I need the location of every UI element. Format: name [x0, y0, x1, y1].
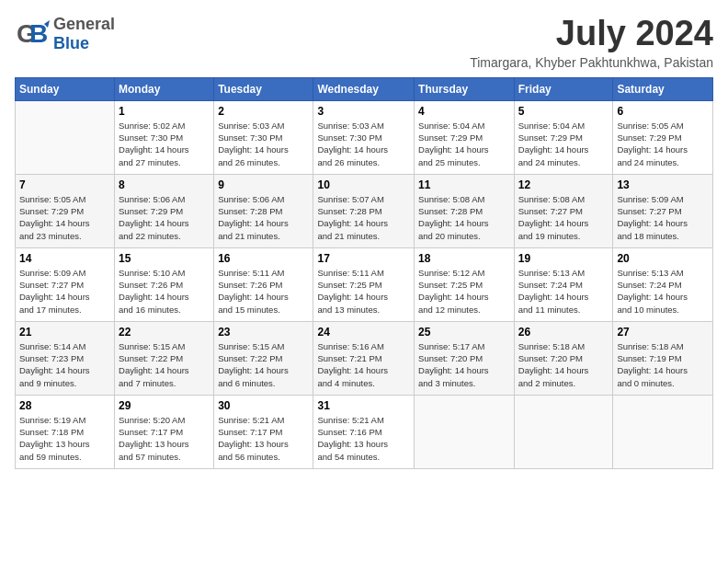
calendar-cell: 23Sunrise: 5:15 AMSunset: 7:22 PMDayligh…	[214, 321, 313, 395]
day-number: 6	[617, 105, 709, 118]
day-info: Sunrise: 5:08 AMSunset: 7:27 PMDaylight:…	[518, 193, 609, 242]
day-number: 28	[19, 399, 110, 412]
calendar-cell: 10Sunrise: 5:07 AMSunset: 7:28 PMDayligh…	[313, 174, 415, 247]
day-number: 4	[418, 105, 510, 118]
calendar-cell: 22Sunrise: 5:15 AMSunset: 7:22 PMDayligh…	[115, 321, 214, 395]
calendar-cell	[415, 395, 515, 468]
day-info: Sunrise: 5:19 AMSunset: 7:18 PMDaylight:…	[19, 414, 110, 463]
calendar-cell: 5Sunrise: 5:04 AMSunset: 7:29 PMDaylight…	[514, 100, 613, 174]
calendar-cell: 3Sunrise: 5:03 AMSunset: 7:30 PMDaylight…	[313, 100, 415, 174]
day-number: 16	[218, 252, 309, 265]
calendar-cell: 18Sunrise: 5:12 AMSunset: 7:25 PMDayligh…	[415, 247, 515, 321]
day-info: Sunrise: 5:09 AMSunset: 7:27 PMDaylight:…	[19, 267, 110, 316]
day-info: Sunrise: 5:17 AMSunset: 7:20 PMDaylight:…	[418, 340, 510, 389]
day-number: 15	[119, 252, 210, 265]
calendar-cell: 31Sunrise: 5:21 AMSunset: 7:16 PMDayligh…	[313, 395, 415, 468]
day-number: 26	[518, 326, 609, 339]
calendar-body: 1Sunrise: 5:02 AMSunset: 7:30 PMDaylight…	[16, 100, 713, 468]
day-info: Sunrise: 5:05 AMSunset: 7:29 PMDaylight:…	[617, 120, 709, 168]
day-info: Sunrise: 5:18 AMSunset: 7:19 PMDaylight:…	[617, 340, 709, 389]
day-info: Sunrise: 5:04 AMSunset: 7:29 PMDaylight:…	[518, 120, 609, 168]
calendar-cell: 25Sunrise: 5:17 AMSunset: 7:20 PMDayligh…	[415, 321, 515, 395]
day-info: Sunrise: 5:14 AMSunset: 7:23 PMDaylight:…	[19, 340, 110, 389]
day-info: Sunrise: 5:21 AMSunset: 7:16 PMDaylight:…	[317, 414, 410, 463]
day-number: 29	[119, 399, 210, 412]
day-number: 3	[317, 105, 410, 118]
day-number: 2	[218, 105, 309, 118]
month-year-title: July 2024	[470, 15, 713, 53]
day-number: 30	[218, 399, 309, 412]
day-info: Sunrise: 5:02 AMSunset: 7:30 PMDaylight:…	[119, 120, 210, 168]
day-info: Sunrise: 5:07 AMSunset: 7:28 PMDaylight:…	[317, 193, 410, 242]
calendar-week-row: 28Sunrise: 5:19 AMSunset: 7:18 PMDayligh…	[16, 395, 713, 468]
day-info: Sunrise: 5:11 AMSunset: 7:26 PMDaylight:…	[218, 267, 309, 316]
day-info: Sunrise: 5:09 AMSunset: 7:27 PMDaylight:…	[617, 193, 709, 242]
logo: G B General Blue	[15, 15, 115, 53]
day-info: Sunrise: 5:06 AMSunset: 7:28 PMDaylight:…	[218, 193, 309, 242]
location-subtitle: Timargara, Khyber Pakhtunkhwa, Pakistan	[470, 55, 713, 70]
page-header: G B General Blue July 2024 Timargara, Kh…	[15, 15, 713, 70]
calendar-cell: 24Sunrise: 5:16 AMSunset: 7:21 PMDayligh…	[313, 321, 415, 395]
calendar-cell	[613, 395, 713, 468]
calendar-cell: 11Sunrise: 5:08 AMSunset: 7:28 PMDayligh…	[415, 174, 515, 247]
day-number: 18	[418, 252, 510, 265]
day-number: 19	[518, 252, 609, 265]
calendar-cell: 1Sunrise: 5:02 AMSunset: 7:30 PMDaylight…	[115, 100, 214, 174]
calendar-cell: 13Sunrise: 5:09 AMSunset: 7:27 PMDayligh…	[613, 174, 713, 247]
calendar-cell	[514, 395, 613, 468]
calendar-week-row: 14Sunrise: 5:09 AMSunset: 7:27 PMDayligh…	[16, 247, 713, 321]
day-info: Sunrise: 5:16 AMSunset: 7:21 PMDaylight:…	[317, 340, 410, 389]
logo-blue: Blue	[53, 34, 115, 53]
calendar-cell: 2Sunrise: 5:03 AMSunset: 7:30 PMDaylight…	[214, 100, 313, 174]
header-day: Wednesday	[313, 77, 415, 100]
calendar-week-row: 21Sunrise: 5:14 AMSunset: 7:23 PMDayligh…	[16, 321, 713, 395]
day-number: 5	[518, 105, 609, 118]
day-number: 9	[218, 178, 309, 191]
day-number: 8	[119, 178, 210, 191]
calendar-table: SundayMondayTuesdayWednesdayThursdayFrid…	[15, 77, 713, 469]
calendar-cell: 8Sunrise: 5:06 AMSunset: 7:29 PMDaylight…	[115, 174, 214, 247]
day-info: Sunrise: 5:06 AMSunset: 7:29 PMDaylight:…	[119, 193, 210, 242]
day-number: 11	[418, 178, 510, 191]
day-number: 27	[617, 326, 709, 339]
day-info: Sunrise: 5:10 AMSunset: 7:26 PMDaylight:…	[119, 267, 210, 316]
day-number: 25	[418, 326, 510, 339]
day-number: 12	[518, 178, 609, 191]
calendar-cell: 30Sunrise: 5:21 AMSunset: 7:17 PMDayligh…	[214, 395, 313, 468]
day-info: Sunrise: 5:18 AMSunset: 7:20 PMDaylight:…	[518, 340, 609, 389]
calendar-week-row: 7Sunrise: 5:05 AMSunset: 7:29 PMDaylight…	[16, 174, 713, 247]
day-number: 13	[617, 178, 709, 191]
header-day: Monday	[115, 77, 214, 100]
day-info: Sunrise: 5:15 AMSunset: 7:22 PMDaylight:…	[218, 340, 309, 389]
day-number: 21	[19, 326, 110, 339]
calendar-header: SundayMondayTuesdayWednesdayThursdayFrid…	[16, 77, 713, 100]
day-number: 10	[317, 178, 410, 191]
calendar-cell: 19Sunrise: 5:13 AMSunset: 7:24 PMDayligh…	[514, 247, 613, 321]
logo-text: General Blue	[53, 15, 115, 53]
day-info: Sunrise: 5:04 AMSunset: 7:29 PMDaylight:…	[418, 120, 510, 168]
calendar-cell: 7Sunrise: 5:05 AMSunset: 7:29 PMDaylight…	[16, 174, 115, 247]
day-info: Sunrise: 5:21 AMSunset: 7:17 PMDaylight:…	[218, 414, 309, 463]
day-info: Sunrise: 5:13 AMSunset: 7:24 PMDaylight:…	[617, 267, 709, 316]
calendar-cell: 28Sunrise: 5:19 AMSunset: 7:18 PMDayligh…	[16, 395, 115, 468]
calendar-cell: 15Sunrise: 5:10 AMSunset: 7:26 PMDayligh…	[115, 247, 214, 321]
day-info: Sunrise: 5:13 AMSunset: 7:24 PMDaylight:…	[518, 267, 609, 316]
calendar-cell: 16Sunrise: 5:11 AMSunset: 7:26 PMDayligh…	[214, 247, 313, 321]
logo-general: General	[53, 15, 115, 34]
calendar-cell	[16, 100, 115, 174]
day-info: Sunrise: 5:20 AMSunset: 7:17 PMDaylight:…	[119, 414, 210, 463]
day-info: Sunrise: 5:03 AMSunset: 7:30 PMDaylight:…	[317, 120, 410, 168]
calendar-cell: 27Sunrise: 5:18 AMSunset: 7:19 PMDayligh…	[613, 321, 713, 395]
day-number: 14	[19, 252, 110, 265]
day-info: Sunrise: 5:05 AMSunset: 7:29 PMDaylight:…	[19, 193, 110, 242]
calendar-cell: 20Sunrise: 5:13 AMSunset: 7:24 PMDayligh…	[613, 247, 713, 321]
calendar-cell: 4Sunrise: 5:04 AMSunset: 7:29 PMDaylight…	[415, 100, 515, 174]
day-info: Sunrise: 5:08 AMSunset: 7:28 PMDaylight:…	[418, 193, 510, 242]
day-number: 22	[119, 326, 210, 339]
day-number: 31	[317, 399, 410, 412]
header-day: Tuesday	[214, 77, 313, 100]
header-row: SundayMondayTuesdayWednesdayThursdayFrid…	[16, 77, 713, 100]
header-day: Saturday	[613, 77, 713, 100]
calendar-cell: 26Sunrise: 5:18 AMSunset: 7:20 PMDayligh…	[514, 321, 613, 395]
calendar-cell: 29Sunrise: 5:20 AMSunset: 7:17 PMDayligh…	[115, 395, 214, 468]
